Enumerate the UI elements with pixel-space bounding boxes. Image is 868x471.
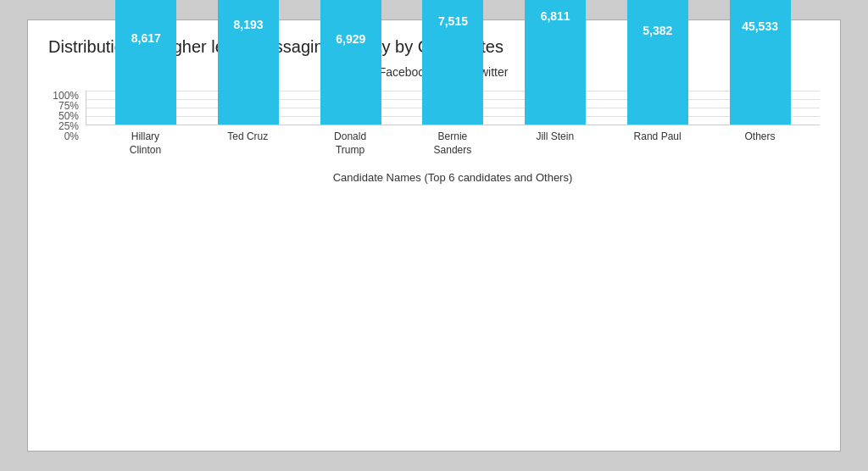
bars-and-x: 3,9858,6172,2298,1933,3596,9291,7337,515… (86, 91, 820, 184)
bar-group: 3,9858,617 (99, 0, 192, 125)
bar-group: 1,8705,382 (611, 0, 704, 125)
stacked-bar: 1,8705,382 (627, 0, 688, 125)
bars-row: 3,9858,6172,2298,1933,3596,9291,7337,515… (86, 91, 820, 125)
bar-twitter-segment: 5,382 (627, 0, 688, 125)
x-axis-label: BernieSanders (406, 130, 499, 168)
chart-area: 100%75%50%25%0% 3,9858,6172,2298,1933,35… (48, 91, 820, 184)
x-axis: HillaryClintonTed CruzDonaldTrumpBernieS… (86, 125, 820, 168)
bar-twitter-segment: 6,929 (320, 0, 381, 125)
x-axis-label: Jill Stein (509, 130, 602, 168)
bar-twitter-segment: 7,515 (422, 0, 483, 125)
bar-twitter-segment: 45,533 (730, 0, 791, 125)
y-axis: 100%75%50%25%0% (48, 91, 86, 184)
stacked-bar: 3,3596,929 (320, 0, 381, 125)
bar-group: 1,1666,811 (509, 0, 602, 125)
x-axis-label: Rand Paul (611, 130, 704, 168)
bar-group: 2,2298,193 (202, 0, 295, 125)
stacked-bar: 1,7337,515 (422, 0, 483, 125)
bar-group: 1,7337,515 (406, 0, 499, 125)
bar-twitter-segment: 6,811 (525, 0, 586, 125)
stacked-bar: 2,2298,193 (218, 0, 279, 125)
stacked-bar: 1,1666,811 (525, 0, 586, 125)
bar-group: 13,24945,533 (714, 0, 807, 125)
bars-area: 3,9858,6172,2298,1933,3596,9291,7337,515… (86, 91, 820, 125)
x-axis-label: Others (713, 130, 806, 168)
bar-twitter-segment: 8,617 (115, 0, 176, 125)
x-axis-title: Candidate Names (Top 6 candidates and Ot… (86, 171, 820, 184)
stacked-bar: 3,9858,617 (115, 0, 176, 125)
x-axis-label: DonaldTrump (303, 130, 397, 168)
bar-twitter-segment: 8,193 (218, 0, 279, 125)
chart-container: Distribution of Higher level Messaging A… (27, 19, 841, 452)
x-axis-label: HillaryClinton (98, 130, 192, 168)
y-axis-label: 0% (64, 131, 79, 141)
stacked-bar: 13,24945,533 (730, 0, 791, 125)
x-axis-label: Ted Cruz (201, 130, 294, 168)
bar-group: 3,3596,929 (304, 0, 398, 125)
